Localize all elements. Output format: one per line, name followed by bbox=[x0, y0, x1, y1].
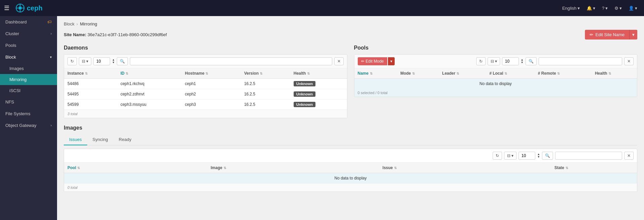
daemons-columns-button[interactable]: ⊟ ▾ bbox=[79, 57, 91, 65]
sort-icon: ⇅ bbox=[77, 166, 80, 170]
daemons-title: Daemons bbox=[64, 45, 347, 51]
user-icon: 👤 bbox=[629, 6, 634, 11]
sidebar: Dashboard 🏷 Cluster › Pools Block ▾ Imag… bbox=[0, 16, 57, 220]
images-columns-button[interactable]: ⊟ ▾ bbox=[504, 152, 516, 160]
sidebar-item-block[interactable]: Block ▾ bbox=[0, 51, 57, 63]
navbar: ☰ ceph English ▾ 🔔 ▾ ? ▾ ⚙ bbox=[0, 0, 644, 16]
sort-icon: ⇅ bbox=[565, 166, 568, 170]
daemons-clear-search-button[interactable]: ✕ bbox=[334, 57, 344, 65]
hamburger-icon[interactable]: ☰ bbox=[4, 4, 9, 12]
cell-health: Unknown bbox=[290, 79, 347, 89]
sidebar-item-cluster[interactable]: Cluster › bbox=[0, 28, 57, 40]
sidebar-item-nfs[interactable]: NFS bbox=[0, 96, 57, 108]
sidebar-item-label: Images bbox=[9, 66, 24, 71]
per-page-down-icon[interactable]: ▼ bbox=[537, 156, 540, 158]
user-button[interactable]: 👤 ▾ bbox=[626, 4, 640, 12]
daemons-search-input[interactable] bbox=[130, 57, 332, 65]
user-chevron-icon: ▾ bbox=[635, 6, 637, 11]
sidebar-item-pools[interactable]: Pools bbox=[0, 40, 57, 51]
sidebar-item-objectgateway[interactable]: Object Gateway › bbox=[0, 120, 57, 131]
notifications-button[interactable]: 🔔 ▾ bbox=[584, 4, 598, 12]
edit-site-dropdown-icon: ▾ bbox=[632, 32, 635, 37]
daemons-refresh-button[interactable]: ↻ bbox=[67, 57, 77, 65]
col-version[interactable]: Version ⇅ bbox=[241, 68, 290, 79]
sort-icon: ⇅ bbox=[224, 166, 226, 170]
col-health[interactable]: Health ⇅ bbox=[290, 68, 347, 79]
sidebar-item-mirroring[interactable]: Mirroring bbox=[0, 74, 57, 85]
images-table-body: No data to display bbox=[64, 173, 637, 184]
col-health[interactable]: Health ⇅ bbox=[592, 68, 637, 79]
tab-ready[interactable]: Ready bbox=[113, 134, 137, 145]
sidebar-item-dashboard[interactable]: Dashboard 🏷 bbox=[0, 16, 57, 28]
table-row: 54495 ceph2.zdhnvt ceph2 16.2.5 Unknown bbox=[64, 89, 347, 99]
pools-search-button[interactable]: 🔍 bbox=[526, 57, 537, 65]
help-button[interactable]: ? ▾ bbox=[599, 4, 610, 12]
col-issue[interactable]: Issue ⇅ bbox=[379, 163, 551, 173]
col-state[interactable]: State ⇅ bbox=[551, 163, 637, 173]
settings-button[interactable]: ⚙ ▾ bbox=[612, 4, 625, 12]
per-page-down-icon[interactable]: ▼ bbox=[521, 61, 524, 64]
sidebar-item-images[interactable]: Images bbox=[0, 63, 57, 74]
health-badge: Unknown bbox=[294, 81, 316, 86]
pools-per-page-input[interactable] bbox=[502, 57, 519, 65]
language-selector[interactable]: English ▾ bbox=[559, 4, 583, 12]
images-search-button[interactable]: 🔍 bbox=[542, 152, 553, 160]
images-refresh-button[interactable]: ↻ bbox=[493, 152, 502, 160]
col-leader[interactable]: Leader ⇅ bbox=[439, 68, 486, 79]
columns-icon: ⊟ bbox=[507, 153, 510, 158]
pools-table-header: Name ⇅ Mode ⇅ Leader ⇅ # Local ⇅ # Remot… bbox=[354, 68, 637, 79]
no-data-row: No data to display bbox=[354, 79, 637, 89]
tab-syncing[interactable]: Syncing bbox=[87, 134, 113, 145]
site-name-value: 36e7a21c-e3f7-11eb-8960-000c299df6ef bbox=[88, 32, 167, 37]
edit-site-dropdown-button[interactable]: ▾ bbox=[629, 30, 637, 40]
col-instance[interactable]: Instance ⇅ bbox=[64, 68, 117, 79]
lang-chevron-icon: ▾ bbox=[578, 6, 580, 11]
col-local[interactable]: # Local ⇅ bbox=[486, 68, 535, 79]
col-pool[interactable]: Pool ⇅ bbox=[64, 163, 207, 173]
daemons-search-button[interactable]: 🔍 bbox=[117, 57, 128, 65]
columns-chevron-icon: ▾ bbox=[511, 153, 513, 158]
images-per-page-input[interactable] bbox=[518, 152, 535, 160]
cell-hostname: ceph1 bbox=[182, 79, 241, 89]
tab-issues[interactable]: Issues bbox=[64, 134, 87, 145]
cell-instance: 54599 bbox=[64, 99, 117, 110]
pools-table: Name ⇅ Mode ⇅ Leader ⇅ # Local ⇅ # Remot… bbox=[354, 68, 637, 89]
daemons-per-page-input[interactable] bbox=[93, 57, 110, 65]
per-page-spinners: ▲ ▼ bbox=[112, 59, 115, 64]
pools-columns-button[interactable]: ⊟ ▾ bbox=[488, 57, 500, 65]
pools-clear-search-button[interactable]: ✕ bbox=[624, 57, 634, 65]
images-table-card: ↻ ⊟ ▾ ▲ ▼ 🔍 ✕ bbox=[64, 149, 637, 192]
edit-mode-dropdown-button[interactable]: ▾ bbox=[388, 57, 395, 65]
pools-search-input[interactable] bbox=[539, 57, 622, 65]
per-page-down-icon[interactable]: ▼ bbox=[112, 61, 115, 64]
cell-version: 16.2.5 bbox=[241, 89, 290, 99]
sidebar-item-label: iSCSI bbox=[9, 88, 20, 93]
images-table: Pool ⇅ Image ⇅ Issue ⇅ State ⇅ No data t… bbox=[64, 163, 637, 183]
col-name[interactable]: Name ⇅ bbox=[354, 68, 397, 79]
language-label: English bbox=[562, 6, 577, 11]
breadcrumb: Block › Mirroring bbox=[64, 21, 637, 26]
col-id[interactable]: ID ⇅ bbox=[117, 68, 182, 79]
sidebar-item-iscsi[interactable]: iSCSI bbox=[0, 85, 57, 96]
sidebar-item-filesystems[interactable]: File Systems bbox=[0, 108, 57, 120]
columns-chevron-icon: ▾ bbox=[86, 59, 88, 64]
edit-site-name-button[interactable]: ✏ Edit Site Name bbox=[585, 30, 629, 40]
dashboard-badge-icon: 🏷 bbox=[47, 19, 52, 24]
col-image[interactable]: Image ⇅ bbox=[207, 163, 379, 173]
images-clear-search-button[interactable]: ✕ bbox=[624, 152, 634, 160]
pools-refresh-button[interactable]: ↻ bbox=[476, 57, 486, 65]
sort-icon: ⇅ bbox=[412, 72, 415, 75]
daemons-table: Instance ⇅ ID ⇅ Hostname ⇅ Version ⇅ Hea… bbox=[64, 68, 347, 109]
pools-no-data: No data to display bbox=[354, 79, 637, 89]
images-search-input[interactable] bbox=[555, 152, 622, 160]
col-mode[interactable]: Mode ⇅ bbox=[397, 68, 439, 79]
navbar-brand: ☰ ceph bbox=[4, 3, 559, 13]
edit-mode-button[interactable]: ✏ Edit Mode bbox=[358, 57, 387, 65]
site-name-label: Site Name: 36e7a21c-e3f7-11eb-8960-000c2… bbox=[64, 32, 167, 37]
col-remote[interactable]: # Remote ⇅ bbox=[535, 68, 592, 79]
images-section: Images Issues Syncing Ready ↻ ⊟ ▾ ▲ ▼ bbox=[64, 125, 637, 192]
sidebar-item-label: Cluster bbox=[5, 31, 19, 36]
col-hostname[interactable]: Hostname ⇅ bbox=[182, 68, 241, 79]
columns-icon: ⊟ bbox=[491, 59, 494, 64]
sort-icon: ⇅ bbox=[205, 72, 208, 75]
